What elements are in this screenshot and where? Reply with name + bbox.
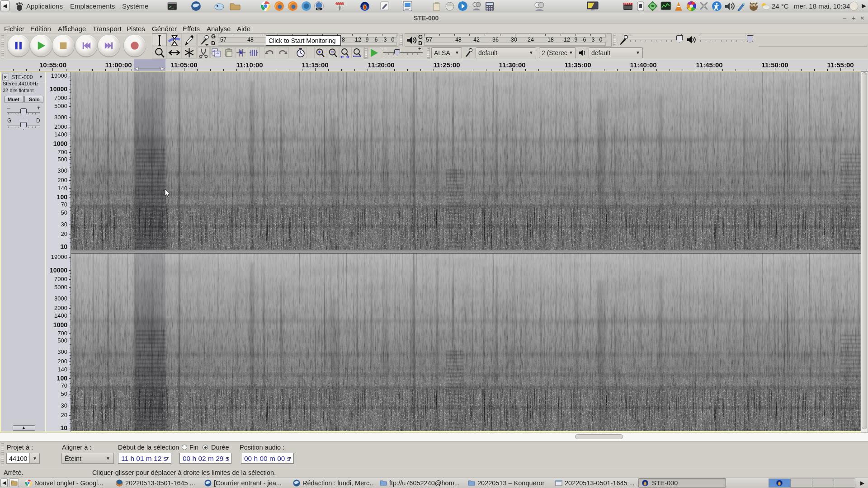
svg-text:>_: >_ (169, 5, 174, 9)
svg-text:Pro: Pro (317, 8, 321, 10)
